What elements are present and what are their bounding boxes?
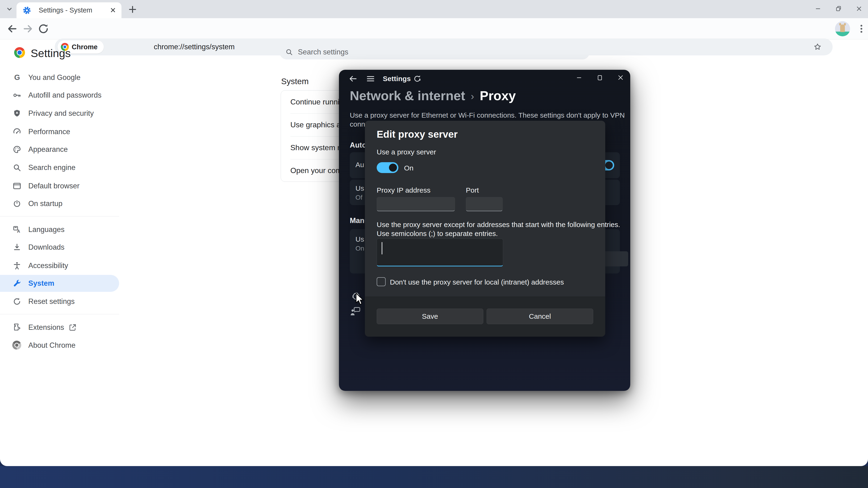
port-input[interactable] bbox=[466, 197, 503, 211]
sidebar-item-languages[interactable]: A Languages bbox=[0, 221, 119, 238]
sidebar-divider bbox=[0, 314, 119, 314]
settings-back-icon[interactable] bbox=[348, 73, 358, 84]
chrome-restore-button[interactable] bbox=[832, 3, 846, 14]
svg-text:A: A bbox=[17, 229, 20, 234]
bookmark-star-icon[interactable] bbox=[813, 43, 822, 51]
wrench-icon bbox=[12, 279, 22, 288]
browser-tab[interactable]: Settings - System bbox=[17, 2, 121, 18]
key-icon bbox=[12, 91, 22, 100]
sidebar-item-about-chrome[interactable]: About Chrome bbox=[0, 337, 119, 354]
accessibility-person-icon bbox=[12, 261, 22, 270]
chrome-mini-logo-icon bbox=[12, 340, 22, 350]
proxy-description-line2: conn bbox=[350, 120, 365, 128]
new-tab-button[interactable] bbox=[127, 4, 138, 14]
search-placeholder: Search settings bbox=[298, 45, 348, 59]
automatic-proxy-section-heading: Auto bbox=[350, 141, 367, 150]
browser-toolbar: Chrome chrome://settings/system bbox=[0, 18, 868, 39]
taskbar: ENG US 5:18 am 16 Oct 2025 zz bbox=[0, 466, 868, 488]
sidebar-divider bbox=[0, 216, 119, 217]
sidebar-item-privacy[interactable]: Privacy and security bbox=[0, 105, 119, 122]
proxy-ip-input[interactable] bbox=[377, 197, 455, 211]
url-chip-label: Chrome bbox=[72, 43, 98, 51]
external-link-icon bbox=[68, 323, 77, 332]
breadcrumb: Network & internet › Proxy bbox=[350, 88, 516, 103]
feedback-icon[interactable] bbox=[350, 306, 361, 316]
reload-icon[interactable] bbox=[37, 23, 50, 35]
sidebar-item-system[interactable]: System bbox=[0, 275, 119, 292]
profile-avatar[interactable] bbox=[835, 21, 850, 36]
exception-list-textarea[interactable] bbox=[377, 238, 503, 266]
tab-close-icon[interactable] bbox=[109, 6, 117, 14]
windows-settings-window: Settings Network & internet › Proxy Use … bbox=[339, 70, 630, 391]
speedometer-icon bbox=[12, 127, 22, 136]
exception-instructions-line1: Use the proxy server except for addresse… bbox=[377, 221, 620, 229]
settings-window-title: Settings bbox=[383, 70, 411, 88]
breadcrumb-current: Proxy bbox=[480, 88, 516, 103]
sidebar-item-accessibility[interactable]: Accessibility bbox=[0, 257, 119, 274]
edit-proxy-server-dialog: Edit proxy server Use a proxy server On … bbox=[365, 121, 605, 337]
reset-arrow-icon bbox=[12, 297, 22, 306]
sidebar-item-appearance[interactable]: Appearance bbox=[0, 141, 119, 158]
download-icon bbox=[12, 242, 22, 252]
toggle-state-label: On bbox=[404, 164, 413, 172]
tab-strip: Settings - System bbox=[0, 0, 868, 18]
port-label: Port bbox=[466, 186, 479, 194]
sidebar-item-extensions[interactable]: Extensions bbox=[0, 319, 119, 336]
desktop: Settings - System bbox=[0, 0, 868, 488]
sidebar-item-reset-settings[interactable]: Reset settings bbox=[0, 293, 119, 310]
breadcrumb-parent[interactable]: Network & internet bbox=[350, 88, 465, 103]
forward-icon[interactable] bbox=[22, 23, 34, 35]
mouse-cursor bbox=[355, 293, 366, 306]
dialog-title: Edit proxy server bbox=[377, 129, 458, 140]
sidebar-item-search-engine[interactable]: Search engine bbox=[0, 159, 119, 176]
settings-menu-hamburger-icon[interactable] bbox=[365, 73, 376, 84]
google-g-icon: G bbox=[12, 73, 22, 82]
sidebar-item-performance[interactable]: Performance bbox=[0, 123, 119, 140]
settings-minimize-button[interactable] bbox=[572, 72, 586, 84]
svg-text:G: G bbox=[14, 73, 20, 82]
cancel-button[interactable]: Cancel bbox=[487, 308, 593, 324]
use-proxy-server-label: Use a proxy server bbox=[377, 148, 436, 156]
sidebar-item-autofill[interactable]: Autofill and passwords bbox=[0, 87, 119, 104]
sidebar-item-on-startup[interactable]: On startup bbox=[0, 195, 119, 212]
magnifier-icon bbox=[12, 163, 22, 172]
settings-gear-favicon-icon bbox=[23, 6, 31, 14]
chrome-close-button[interactable] bbox=[852, 3, 866, 14]
save-button[interactable]: Save bbox=[377, 308, 483, 324]
settings-maximize-button[interactable] bbox=[593, 72, 607, 84]
tab-title: Settings - System bbox=[39, 2, 105, 18]
back-icon[interactable] bbox=[6, 23, 19, 35]
refresh-icon[interactable] bbox=[412, 74, 422, 84]
puzzle-icon bbox=[12, 323, 22, 332]
chrome-minimize-button[interactable] bbox=[811, 3, 825, 14]
browser-menu-kebab-icon[interactable] bbox=[856, 23, 867, 34]
sidebar-item-default-browser[interactable]: Default browser bbox=[0, 177, 119, 195]
toggle-knob bbox=[605, 161, 613, 169]
chrome-settings-title: Settings bbox=[31, 47, 71, 60]
local-addresses-checkbox[interactable] bbox=[377, 277, 385, 286]
use-proxy-toggle[interactable] bbox=[377, 162, 398, 173]
search-settings-input[interactable]: Search settings bbox=[280, 45, 590, 59]
text-caret bbox=[382, 242, 382, 254]
settings-close-button[interactable] bbox=[614, 72, 627, 84]
tab-search-chevron-icon[interactable] bbox=[5, 5, 14, 13]
chrome-settings-logo-icon bbox=[14, 47, 25, 58]
shield-icon bbox=[12, 109, 22, 118]
url-text[interactable]: chrome://settings/system bbox=[154, 38, 235, 55]
translate-icon: A bbox=[12, 225, 22, 234]
sidebar-item-you-and-google[interactable]: G You and Google bbox=[0, 69, 119, 86]
proxy-description-line1: Use a proxy server for Ethernet or Wi-Fi… bbox=[350, 111, 625, 119]
browser-window-icon bbox=[12, 181, 22, 191]
palette-icon bbox=[12, 145, 22, 154]
power-icon bbox=[12, 199, 22, 208]
sidebar-item-downloads[interactable]: Downloads bbox=[0, 239, 119, 256]
dialog-footer: Save Cancel bbox=[365, 297, 605, 337]
exception-instructions-line2: Use semicolons (;) to separate entries. bbox=[377, 230, 498, 238]
search-icon bbox=[285, 48, 293, 56]
local-addresses-checkbox-label: Don't use the proxy server for local (in… bbox=[390, 278, 564, 286]
page-heading: System bbox=[281, 76, 309, 86]
toggle-knob bbox=[389, 164, 397, 172]
proxy-ip-label: Proxy IP address bbox=[377, 186, 431, 194]
breadcrumb-separator-icon: › bbox=[471, 89, 474, 102]
